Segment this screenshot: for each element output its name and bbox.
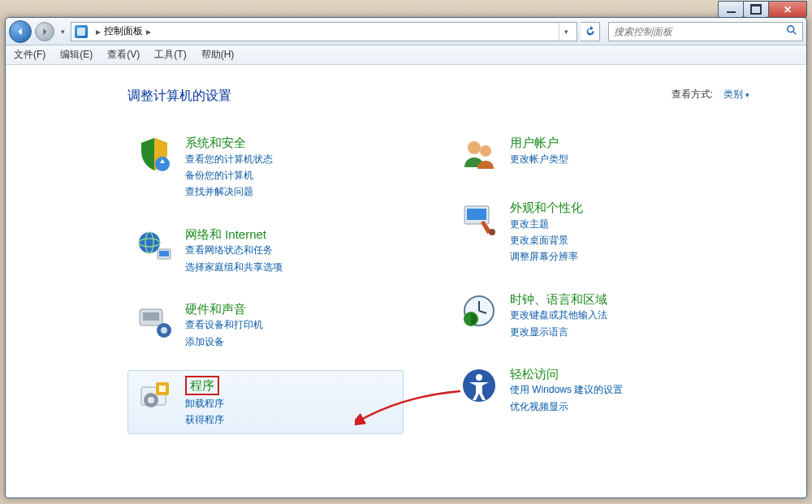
category-系统和安全[interactable]: 系统和安全查看您的计算机状态备份您的计算机查找并解决问题 <box>127 129 404 206</box>
category-title[interactable]: 时钟、语言和区域 <box>510 291 607 308</box>
category-link[interactable]: 更改主题 <box>510 216 583 232</box>
menu-view[interactable]: 查看(V) <box>104 46 143 63</box>
category-硬件和声音[interactable]: 硬件和声音查看设备和打印机添加设备 <box>127 295 404 355</box>
category-icon <box>135 376 174 415</box>
menu-bar: 文件(F) 编辑(E) 查看(V) 工具(T) 帮助(H) <box>6 45 806 65</box>
category-link[interactable]: 备份您的计算机 <box>185 167 273 183</box>
category-title[interactable]: 外观和个性化 <box>510 200 583 216</box>
content-area: 调整计算机的设置 查看方式: 类别 系统和安全查看您的计算机状态备份您的计算机查… <box>6 65 806 498</box>
view-by-label: 查看方式: <box>672 88 713 100</box>
category-icon <box>135 301 174 340</box>
svg-point-2 <box>155 157 170 171</box>
svg-point-0 <box>788 25 794 32</box>
category-icon <box>135 135 174 174</box>
category-title[interactable]: 硬件和声音 <box>185 301 263 317</box>
svg-point-14 <box>148 397 154 403</box>
address-dropdown[interactable] <box>559 23 573 41</box>
menu-edit[interactable]: 编辑(E) <box>57 46 96 63</box>
menu-tools[interactable]: 工具(T) <box>151 46 189 63</box>
explorer-window: ▸ 控制面板 ▸ 文件(F) 编辑(E) 查看(V) 工具(T) 帮助(H) 调… <box>5 17 807 498</box>
category-link[interactable]: 更改桌面背景 <box>510 232 583 248</box>
svg-rect-20 <box>467 209 486 220</box>
category-title[interactable]: 用户帐户 <box>510 135 568 151</box>
window-controls <box>719 1 807 18</box>
search-icon[interactable] <box>786 24 797 39</box>
search-box[interactable] <box>608 22 803 41</box>
svg-point-17 <box>468 141 481 154</box>
category-link[interactable]: 更改键盘或其他输入法 <box>510 307 607 323</box>
category-link[interactable]: 查看您的计算机状态 <box>185 151 273 167</box>
menu-help[interactable]: 帮助(H) <box>198 46 238 63</box>
nav-history-dropdown[interactable] <box>58 20 67 43</box>
category-icon <box>460 135 499 174</box>
category-时钟、语言和区域[interactable]: 时钟、语言和区域更改键盘或其他输入法更改显示语言 <box>452 286 728 346</box>
category-外观和个性化[interactable]: 外观和个性化更改主题更改桌面背景调整屏幕分辨率 <box>452 194 728 271</box>
svg-point-18 <box>480 145 491 157</box>
svg-rect-9 <box>143 312 159 321</box>
close-button[interactable] <box>768 1 807 18</box>
category-link[interactable]: 查找并解决问题 <box>185 183 273 200</box>
back-button[interactable] <box>9 20 32 43</box>
menu-file[interactable]: 文件(F) <box>11 46 49 63</box>
refresh-button[interactable] <box>581 22 600 41</box>
category-link[interactable]: 查看设备和打印机 <box>185 317 263 333</box>
category-link[interactable]: 使用 Windows 建议的设置 <box>510 381 623 398</box>
category-轻松访问[interactable]: 轻松访问使用 Windows 建议的设置优化视频显示 <box>452 360 728 420</box>
forward-button[interactable] <box>35 22 54 41</box>
view-by-control[interactable]: 查看方式: 类别 <box>672 88 749 101</box>
search-input[interactable] <box>614 26 786 37</box>
category-title[interactable]: 系统和安全 <box>185 135 273 151</box>
control-panel-icon <box>75 25 88 38</box>
category-网络和 Internet[interactable]: 网络和 Internet查看网络状态和任务选择家庭组和共享选项 <box>127 221 404 281</box>
category-link[interactable]: 查看网络状态和任务 <box>185 242 283 258</box>
navigation-bar: ▸ 控制面板 ▸ <box>6 18 806 45</box>
category-link[interactable]: 卸载程序 <box>185 395 224 411</box>
category-icon <box>460 291 499 330</box>
breadcrumb-root[interactable]: 控制面板 <box>104 24 143 38</box>
svg-point-11 <box>161 327 167 334</box>
svg-point-3 <box>139 232 160 253</box>
category-程序[interactable]: 程序卸载程序获得程序 <box>127 370 404 433</box>
svg-rect-16 <box>159 386 166 392</box>
svg-line-1 <box>793 31 797 34</box>
maximize-button[interactable] <box>743 1 769 18</box>
address-bar[interactable]: ▸ 控制面板 ▸ <box>71 22 577 41</box>
category-link[interactable]: 调整屏幕分辨率 <box>510 248 583 265</box>
category-link[interactable]: 添加设备 <box>185 334 263 350</box>
svg-point-27 <box>476 374 482 381</box>
category-link[interactable]: 优化视频显示 <box>510 398 623 415</box>
category-icon <box>460 366 499 405</box>
minimize-button[interactable] <box>718 1 744 18</box>
svg-point-21 <box>489 229 495 235</box>
category-title[interactable]: 程序 <box>185 376 219 395</box>
category-icon <box>460 200 499 239</box>
breadcrumb-separator: ▸ <box>143 26 154 37</box>
category-link[interactable]: 选择家庭组和共享选项 <box>185 259 283 275</box>
category-用户帐户[interactable]: 用户帐户更改帐户类型 <box>452 129 728 179</box>
svg-rect-7 <box>159 251 169 256</box>
category-title[interactable]: 轻松访问 <box>510 366 623 382</box>
category-link[interactable]: 更改显示语言 <box>510 324 607 340</box>
category-icon <box>135 226 174 265</box>
category-link[interactable]: 获得程序 <box>185 411 224 428</box>
view-by-value[interactable]: 类别 <box>723 88 749 100</box>
category-link[interactable]: 更改帐户类型 <box>510 151 568 167</box>
breadcrumb-separator: ▸ <box>93 26 104 37</box>
category-title[interactable]: 网络和 Internet <box>185 226 283 243</box>
